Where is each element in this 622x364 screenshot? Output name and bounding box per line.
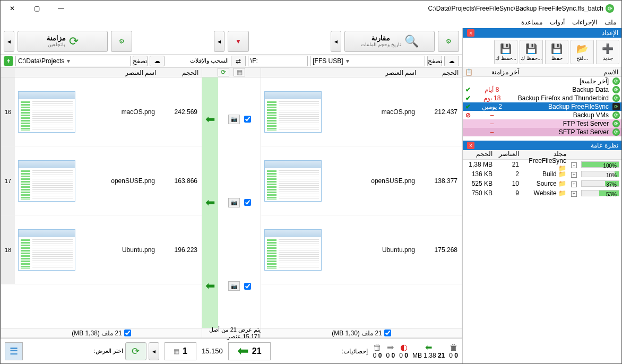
grid-row[interactable]: 18Ubuntu.png196.223 xyxy=(1,215,202,284)
menu-file[interactable]: ملف xyxy=(604,19,616,26)
compare-button[interactable]: 🔍 مقارنةتاريخ وحجم الملفات xyxy=(344,31,435,52)
col-name-r[interactable]: اسم العنصر xyxy=(325,68,419,77)
count-equal[interactable]: ▦1 xyxy=(165,342,196,360)
swap-button[interactable]: ⇄ xyxy=(231,56,246,66)
sync-dropdown[interactable]: ◂ xyxy=(4,31,14,52)
mid-row: ⬅📷 xyxy=(202,245,261,328)
menu-actions[interactable]: الإجراءات xyxy=(572,19,597,26)
right-grid: اسم العنصر الحجم macOS.png212.437openSUS… xyxy=(261,67,462,338)
stats-label: إحصائيات: xyxy=(341,348,367,355)
sync-header-icon[interactable]: 📋 xyxy=(463,68,474,76)
row-check[interactable] xyxy=(244,116,251,123)
stat-item: ⬅21 1,38 MB xyxy=(412,343,445,359)
pathbar: + C:\Data\Projects▾ تصفح ☁ السحب والإفلا… xyxy=(1,55,462,67)
config-item[interactable]: ✔2 يومينBackup FreeFileSync⟳ xyxy=(463,102,621,111)
menu-tools[interactable]: أدوات xyxy=(550,19,565,26)
sync-arrow-icon[interactable]: ⬅ xyxy=(202,77,218,161)
sync-arrow-icon[interactable]: ⬅ xyxy=(202,161,218,244)
count-update[interactable]: ⬅21 xyxy=(228,342,271,360)
mid-cat-icon[interactable]: ▦ xyxy=(234,68,245,76)
overview-row[interactable]: 525 KB10Source 📁+37% xyxy=(463,179,621,188)
view-refresh[interactable]: ⟳ xyxy=(125,342,146,360)
filter-button[interactable]: ▼ xyxy=(228,31,249,52)
category-icon[interactable]: 📷 xyxy=(228,115,240,124)
overview-close-icon[interactable]: × xyxy=(467,142,474,149)
window-title: C:\Data\Projects\FreeFileSync\Backup Fre… xyxy=(68,5,606,12)
compare-icon: 🔍 xyxy=(404,34,419,48)
right-foot-check[interactable] xyxy=(384,330,391,336)
grid-row[interactable]: macOS.png212.437 xyxy=(261,77,462,146)
filter-dropdown[interactable]: ◂ xyxy=(214,31,224,52)
left-footer: 21 ملف (1,38 MB) xyxy=(1,328,202,337)
grid-row[interactable]: openSUSE.png138.377 xyxy=(261,146,462,215)
mid-row: ⬅📷 xyxy=(202,161,261,244)
new-button[interactable]: ➕جديد xyxy=(596,40,619,64)
drag-label: السحب والإفلات xyxy=(190,57,229,64)
browse-right-button[interactable]: تصفح xyxy=(427,56,442,66)
sync-settings-button[interactable]: ⚙ xyxy=(111,31,132,52)
grid-row[interactable]: 16macOS.png242.569 xyxy=(1,77,202,146)
config-close-icon[interactable]: × xyxy=(467,29,474,37)
config-panel-header: × الإعداد xyxy=(463,28,621,38)
stat-item: ➡0 0 xyxy=(386,343,395,359)
config-item[interactable]: ⊘–Backup VMs⟳ xyxy=(463,111,621,119)
side-toolbar: 💾حفظ ك... 💾حفظ ك... 💾حفظ 📂فتح... ➕جديد xyxy=(463,38,621,67)
right-sub-path[interactable]: \F: xyxy=(248,56,308,66)
overview-row[interactable]: 136 KB2Build 📁+10% xyxy=(463,169,621,179)
stat-item: ◐0 0 xyxy=(399,343,408,359)
category-icon[interactable]: 📷 xyxy=(228,281,240,291)
main-toolbar: ⚙ 🔍 مقارنةتاريخ وحجم الملفات ◂ ▼ ◂ ⚙ ⟳ م… xyxy=(1,28,462,55)
grid-row[interactable]: 17openSUSE.png163.866 xyxy=(1,146,202,215)
mid-footer: يتم عرض 21 من أصل 15.171 عنصر xyxy=(202,328,261,337)
statusbar: ☰ اختر العرض: ⟳ ◂ ▦1 15.150 ⬅21 إحصائيات… xyxy=(1,338,462,363)
compare-settings-button[interactable]: ⚙ xyxy=(438,31,459,52)
mid-sync-icon[interactable]: ⟳ xyxy=(218,68,229,76)
left-foot-check[interactable] xyxy=(124,330,131,336)
col-size-r[interactable]: الحجم xyxy=(419,68,462,77)
cloud-right-button[interactable]: ☁ xyxy=(444,56,459,66)
config-item[interactable]: –FTP Test Server⟳ xyxy=(463,119,621,128)
overview-header: × نظرة عامة xyxy=(463,141,621,150)
list-mode-button[interactable]: ☰ xyxy=(5,342,23,360)
sync-icon: ⟳ xyxy=(69,34,79,48)
minimize-button[interactable]: — xyxy=(54,3,68,14)
col-name[interactable]: اسم العنصر xyxy=(79,68,159,77)
maximize-button[interactable]: ▢ xyxy=(29,3,44,14)
sync-arrow-icon[interactable]: ⬅ xyxy=(202,245,218,328)
sync-button[interactable]: ⟳ مزامنةباتجاهين xyxy=(18,31,108,52)
overview-row[interactable]: 750 KB9Website 📁+53% xyxy=(463,188,621,198)
saveas2-button[interactable]: 💾حفظ ك... xyxy=(494,40,517,64)
config-item[interactable]: ✔8 أيامBackup Data⟳ xyxy=(463,85,621,94)
view-dropdown[interactable]: ◂ xyxy=(149,342,159,360)
menu-help[interactable]: مساعدة xyxy=(521,19,542,26)
app-icon xyxy=(606,4,614,13)
saveas-button[interactable]: 💾حفظ ك... xyxy=(520,40,543,64)
stat-item: 🗑0 0 xyxy=(373,343,382,359)
config-columns: 📋 آخر مزامنة الاسم xyxy=(463,67,621,77)
row-check[interactable] xyxy=(244,199,251,206)
titlebar: ✕ ▢ — C:\Data\Projects\FreeFileSync\Back… xyxy=(1,1,621,16)
config-item[interactable]: –SFTP Test Server⟳ xyxy=(463,128,621,136)
browse-left-button[interactable]: تصفح xyxy=(133,56,148,66)
close-button[interactable]: ✕ xyxy=(5,3,20,14)
mid-row: ⬅📷 xyxy=(202,77,261,161)
mid-column: ⟳ ▦ ⬅📷⬅📷⬅📷 يتم عرض 21 من أصل 15.171 عنصر xyxy=(202,67,261,338)
right-path-input[interactable]: [FFS USB]▾ xyxy=(310,56,425,66)
open-button[interactable]: 📂فتح... xyxy=(571,40,594,64)
compare-dropdown[interactable]: ◂ xyxy=(331,31,341,52)
config-item[interactable]: [آخر جلسة]⟳ xyxy=(463,77,621,85)
grid-row[interactable]: Ubuntu.png175.268 xyxy=(261,215,462,284)
add-folder-button[interactable]: + xyxy=(4,56,13,66)
left-grid: اسم العنصر الحجم 16macOS.png242.56917ope… xyxy=(1,67,202,338)
save-button[interactable]: 💾حفظ xyxy=(545,40,568,64)
col-size[interactable]: الحجم xyxy=(159,68,202,77)
right-footer: 21 ملف (1,30 MB) xyxy=(261,328,462,337)
cloud-left-button[interactable]: ☁ xyxy=(150,56,165,66)
view-label: اختر العرض: xyxy=(94,348,123,354)
category-icon[interactable]: 📷 xyxy=(228,198,240,207)
left-path-input[interactable]: C:\Data\Projects▾ xyxy=(15,56,131,66)
config-item[interactable]: ✔18 يومBackup Firefox and Thunderbird⟳ xyxy=(463,94,621,102)
overview-row[interactable]: 1,38 MB21FreeFileSync 📁-100% xyxy=(463,160,621,169)
row-check[interactable] xyxy=(244,283,251,290)
total-count: 15.150 xyxy=(202,347,223,355)
